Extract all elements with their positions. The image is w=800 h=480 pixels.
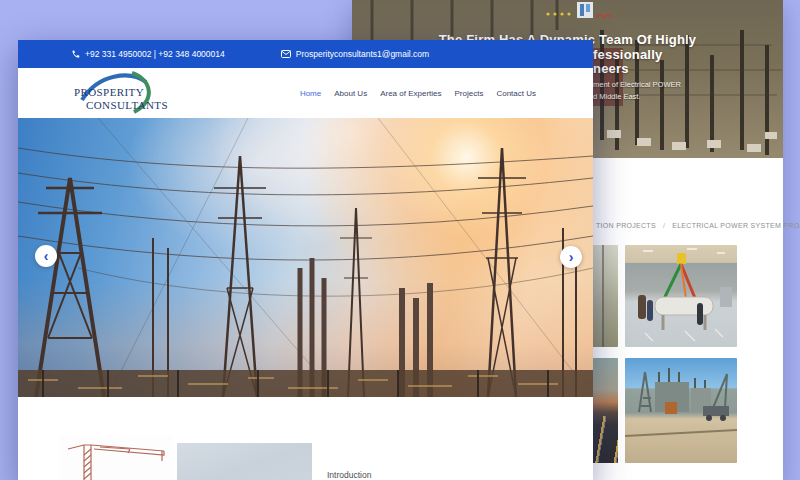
hero-carousel: ‹ › <box>18 118 593 397</box>
main-nav: Home About Us Area of Experties Projects… <box>300 68 536 118</box>
bg-hero-subtext-line2: d Middle East. <box>593 92 641 101</box>
bg-hero-subtext-line1: ment of Electrical POWER <box>593 80 681 89</box>
logo-text-line1: PROSPERITY <box>74 86 144 98</box>
mail-icon <box>281 50 291 58</box>
email-address[interactable]: Prosperityconsultants1@gmail.com <box>296 49 429 59</box>
project-thumbnail-transformer-site[interactable] <box>625 358 737 463</box>
contact-topbar: +92 331 4950002 | +92 348 4000014 Prospe… <box>18 40 593 68</box>
email-group[interactable]: Prosperityconsultants1@gmail.com <box>281 49 429 59</box>
carousel-prev-button[interactable]: ‹ <box>35 245 57 267</box>
intro-heading: Introduction <box>327 470 371 480</box>
project-thumbnail-equipment-lifting[interactable] <box>625 245 737 347</box>
transformer-site-graphic <box>625 358 737 463</box>
bg-hero-heading-line2: fessionally <box>593 47 662 62</box>
page: { "colors": { "page_background": "#a8b2f… <box>0 0 800 480</box>
nav-item-about-us[interactable]: About Us <box>334 89 367 98</box>
nav-item-home[interactable]: Home <box>300 89 321 98</box>
intro-section: Introduction <box>18 397 593 480</box>
carousel-next-button[interactable]: › <box>560 246 582 268</box>
tab-projects-category-1[interactable]: TION PROJECTS <box>596 222 656 229</box>
logo-text-line2: CONSULTANTS <box>86 99 168 111</box>
bg-hero-heading-line3: neers <box>593 61 629 76</box>
tower-crane-graphic <box>60 435 172 480</box>
main-browser-window: +92 331 4950002 | +92 348 4000014 Prospe… <box>18 40 593 480</box>
site-logo[interactable]: PROSPERITY CONSULTANTS <box>66 70 170 120</box>
tab-separator: / <box>663 222 665 229</box>
nav-item-area-of-experties[interactable]: Area of Experties <box>380 89 441 98</box>
nav-item-projects[interactable]: Projects <box>455 89 484 98</box>
phone-numbers[interactable]: +92 331 4950002 | +92 348 4000014 <box>85 49 225 59</box>
phone-icon <box>71 50 80 59</box>
tower-crane-photo <box>60 435 172 480</box>
sky-photo <box>177 443 312 480</box>
chevron-right-icon: › <box>569 250 574 264</box>
equipment-lifting-graphic <box>625 245 737 347</box>
project-filter-tabs: TION PROJECTS/ELECTRICAL POWER SYSTEM PR… <box>596 222 800 229</box>
tab-electrical-power-system-projects[interactable]: ELECTRICAL POWER SYSTEM PROJECTS <box>672 222 800 229</box>
site-header: PROSPERITY CONSULTANTS Home About Us Are… <box>18 68 593 119</box>
nav-item-contact-us[interactable]: Contact Us <box>496 89 536 98</box>
phone-group[interactable]: +92 331 4950002 | +92 348 4000014 <box>71 49 225 59</box>
powerlines-sunset-graphic <box>18 118 593 397</box>
chevron-left-icon: ‹ <box>44 249 49 263</box>
prosperity-consultants-logo-graphic: PROSPERITY CONSULTANTS <box>66 70 170 116</box>
